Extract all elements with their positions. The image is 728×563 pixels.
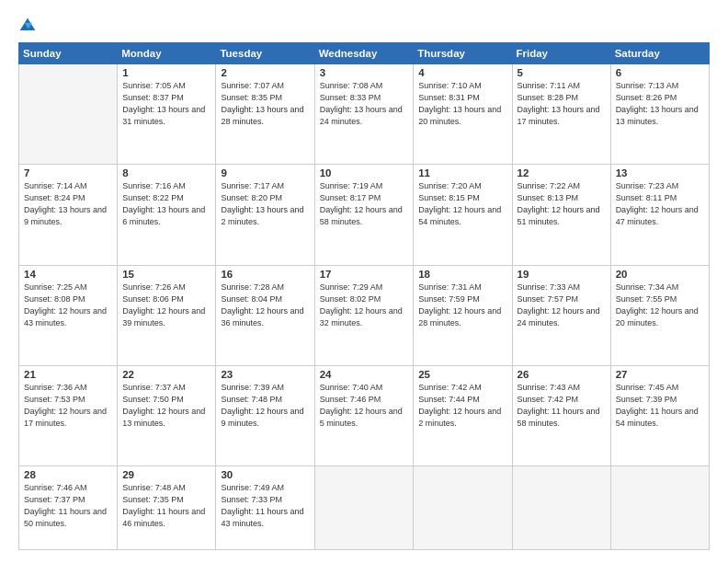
day-info: Sunrise: 7:40 AMSunset: 7:46 PMDaylight:… — [320, 382, 409, 430]
day-number: 1 — [122, 67, 210, 78]
day-info: Sunrise: 7:17 AMSunset: 8:20 PMDaylight:… — [221, 180, 309, 228]
calendar-cell: 7Sunrise: 7:14 AMSunset: 8:24 PMDaylight… — [19, 165, 118, 265]
day-info: Sunrise: 7:42 AMSunset: 7:44 PMDaylight:… — [418, 382, 506, 430]
calendar-cell — [512, 466, 610, 550]
calendar-cell: 12Sunrise: 7:22 AMSunset: 8:13 PMDayligh… — [512, 165, 610, 265]
day-info: Sunrise: 7:10 AMSunset: 8:31 PMDaylight:… — [418, 80, 506, 128]
day-info: Sunrise: 7:11 AMSunset: 8:28 PMDaylight:… — [518, 80, 606, 128]
calendar-cell: 6Sunrise: 7:13 AMSunset: 8:26 PMDaylight… — [610, 64, 709, 165]
day-info: Sunrise: 7:26 AMSunset: 8:06 PMDaylight:… — [122, 282, 210, 329]
day-number: 11 — [418, 167, 506, 178]
calendar-cell: 4Sunrise: 7:10 AMSunset: 8:31 PMDaylight… — [414, 64, 512, 165]
day-number: 18 — [418, 269, 506, 280]
calendar-cell — [414, 466, 512, 550]
calendar-cell: 22Sunrise: 7:37 AMSunset: 7:50 PMDayligh… — [118, 365, 216, 465]
week-row-5: 28Sunrise: 7:46 AMSunset: 7:37 PMDayligh… — [19, 466, 710, 550]
day-info: Sunrise: 7:43 AMSunset: 7:42 PMDaylight:… — [518, 382, 606, 430]
day-number: 27 — [616, 369, 704, 380]
calendar-cell: 15Sunrise: 7:26 AMSunset: 8:06 PMDayligh… — [118, 265, 216, 365]
day-number: 23 — [221, 369, 309, 380]
day-info: Sunrise: 7:48 AMSunset: 7:35 PMDaylight:… — [122, 482, 210, 530]
day-number: 2 — [221, 67, 309, 78]
day-info: Sunrise: 7:05 AMSunset: 8:37 PMDaylight:… — [122, 80, 210, 128]
day-number: 28 — [24, 469, 112, 480]
calendar-cell: 11Sunrise: 7:20 AMSunset: 8:15 PMDayligh… — [414, 165, 512, 265]
day-number: 13 — [616, 167, 704, 178]
day-info: Sunrise: 7:29 AMSunset: 8:02 PMDaylight:… — [320, 282, 409, 329]
day-info: Sunrise: 7:28 AMSunset: 8:04 PMDaylight:… — [221, 282, 309, 329]
day-number: 9 — [221, 167, 309, 178]
day-info: Sunrise: 7:14 AMSunset: 8:24 PMDaylight:… — [24, 180, 112, 228]
day-number: 29 — [122, 469, 210, 480]
day-number: 25 — [418, 369, 506, 380]
day-number: 12 — [518, 167, 606, 178]
day-info: Sunrise: 7:46 AMSunset: 7:37 PMDaylight:… — [24, 482, 112, 530]
calendar-cell: 8Sunrise: 7:16 AMSunset: 8:22 PMDaylight… — [118, 165, 216, 265]
calendar-cell: 9Sunrise: 7:17 AMSunset: 8:20 PMDaylight… — [216, 165, 314, 265]
calendar-cell: 2Sunrise: 7:07 AMSunset: 8:35 PMDaylight… — [216, 64, 314, 165]
weekday-header-friday: Friday — [512, 43, 610, 64]
calendar-cell: 20Sunrise: 7:34 AMSunset: 7:55 PMDayligh… — [610, 265, 709, 365]
calendar-cell: 25Sunrise: 7:42 AMSunset: 7:44 PMDayligh… — [414, 365, 512, 465]
day-number: 21 — [24, 369, 112, 380]
day-number: 6 — [616, 67, 704, 78]
calendar-cell — [314, 466, 414, 550]
weekday-header-monday: Monday — [118, 43, 216, 64]
calendar-cell: 17Sunrise: 7:29 AMSunset: 8:02 PMDayligh… — [314, 265, 414, 365]
day-info: Sunrise: 7:13 AMSunset: 8:26 PMDaylight:… — [616, 80, 704, 128]
day-info: Sunrise: 7:22 AMSunset: 8:13 PMDaylight:… — [518, 180, 606, 228]
day-info: Sunrise: 7:07 AMSunset: 8:35 PMDaylight:… — [221, 80, 309, 128]
calendar: SundayMondayTuesdayWednesdayThursdayFrid… — [18, 42, 710, 550]
calendar-cell: 27Sunrise: 7:45 AMSunset: 7:39 PMDayligh… — [610, 365, 709, 465]
calendar-cell — [610, 466, 709, 550]
day-number: 19 — [518, 269, 606, 280]
day-number: 8 — [122, 167, 210, 178]
calendar-cell: 1Sunrise: 7:05 AMSunset: 8:37 PMDaylight… — [118, 64, 216, 165]
weekday-header-tuesday: Tuesday — [216, 43, 314, 64]
day-info: Sunrise: 7:23 AMSunset: 8:11 PMDaylight:… — [616, 180, 704, 228]
weekday-header-wednesday: Wednesday — [314, 43, 414, 64]
calendar-cell: 29Sunrise: 7:48 AMSunset: 7:35 PMDayligh… — [118, 466, 216, 550]
calendar-cell: 30Sunrise: 7:49 AMSunset: 7:33 PMDayligh… — [216, 466, 314, 550]
week-row-3: 14Sunrise: 7:25 AMSunset: 8:08 PMDayligh… — [19, 265, 710, 365]
calendar-cell: 16Sunrise: 7:28 AMSunset: 8:04 PMDayligh… — [216, 265, 314, 365]
day-number: 16 — [221, 269, 309, 280]
calendar-cell: 3Sunrise: 7:08 AMSunset: 8:33 PMDaylight… — [314, 64, 414, 165]
day-info: Sunrise: 7:33 AMSunset: 7:57 PMDaylight:… — [518, 282, 606, 329]
day-info: Sunrise: 7:49 AMSunset: 7:33 PMDaylight:… — [221, 482, 309, 530]
calendar-cell: 28Sunrise: 7:46 AMSunset: 7:37 PMDayligh… — [19, 466, 118, 550]
calendar-cell: 10Sunrise: 7:19 AMSunset: 8:17 PMDayligh… — [314, 165, 414, 265]
logo-icon — [18, 17, 37, 35]
weekday-header-thursday: Thursday — [414, 43, 512, 64]
calendar-cell: 24Sunrise: 7:40 AMSunset: 7:46 PMDayligh… — [314, 365, 414, 465]
day-info: Sunrise: 7:34 AMSunset: 7:55 PMDaylight:… — [616, 282, 704, 329]
day-info: Sunrise: 7:39 AMSunset: 7:48 PMDaylight:… — [221, 382, 309, 430]
day-info: Sunrise: 7:36 AMSunset: 7:53 PMDaylight:… — [24, 382, 112, 430]
day-number: 4 — [418, 67, 506, 78]
week-row-4: 21Sunrise: 7:36 AMSunset: 7:53 PMDayligh… — [19, 365, 710, 465]
calendar-cell — [19, 64, 118, 165]
weekday-header-row: SundayMondayTuesdayWednesdayThursdayFrid… — [19, 43, 710, 64]
day-number: 30 — [221, 469, 309, 480]
calendar-cell: 19Sunrise: 7:33 AMSunset: 7:57 PMDayligh… — [512, 265, 610, 365]
week-row-2: 7Sunrise: 7:14 AMSunset: 8:24 PMDaylight… — [19, 165, 710, 265]
day-number: 24 — [320, 369, 409, 380]
calendar-cell: 26Sunrise: 7:43 AMSunset: 7:42 PMDayligh… — [512, 365, 610, 465]
calendar-cell: 14Sunrise: 7:25 AMSunset: 8:08 PMDayligh… — [19, 265, 118, 365]
day-info: Sunrise: 7:08 AMSunset: 8:33 PMDaylight:… — [320, 80, 409, 128]
day-info: Sunrise: 7:37 AMSunset: 7:50 PMDaylight:… — [122, 382, 210, 430]
day-info: Sunrise: 7:45 AMSunset: 7:39 PMDaylight:… — [616, 382, 704, 430]
calendar-cell: 13Sunrise: 7:23 AMSunset: 8:11 PMDayligh… — [610, 165, 709, 265]
logo — [18, 17, 40, 35]
day-number: 15 — [122, 269, 210, 280]
week-row-1: 1Sunrise: 7:05 AMSunset: 8:37 PMDaylight… — [19, 64, 710, 165]
day-number: 26 — [518, 369, 606, 380]
day-number: 10 — [320, 167, 409, 178]
day-info: Sunrise: 7:31 AMSunset: 7:59 PMDaylight:… — [418, 282, 506, 329]
day-number: 14 — [24, 269, 112, 280]
calendar-cell: 21Sunrise: 7:36 AMSunset: 7:53 PMDayligh… — [19, 365, 118, 465]
day-number: 5 — [518, 67, 606, 78]
calendar-cell: 5Sunrise: 7:11 AMSunset: 8:28 PMDaylight… — [512, 64, 610, 165]
calendar-cell: 23Sunrise: 7:39 AMSunset: 7:48 PMDayligh… — [216, 365, 314, 465]
day-number: 3 — [320, 67, 409, 78]
